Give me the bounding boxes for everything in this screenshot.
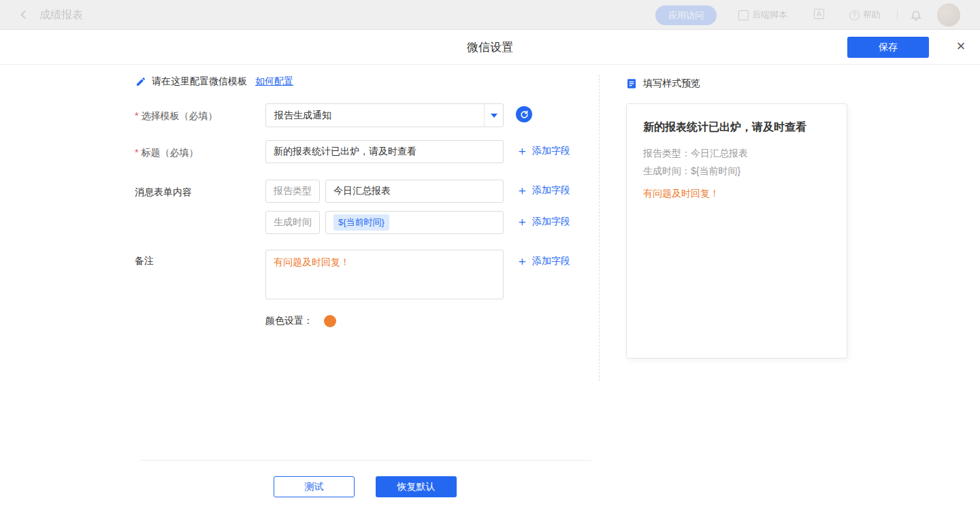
color-setting-label: 颜色设置： bbox=[265, 315, 313, 327]
page-title: 成绩报表 bbox=[39, 8, 83, 22]
vertical-divider bbox=[599, 75, 600, 381]
preview-card-line: 生成时间：${当前时间} bbox=[643, 162, 830, 180]
background-topbar: 成绩报表 应用访问 后端脚本 A ? 帮助 bbox=[0, 0, 980, 30]
add-field-button-remark[interactable]: ＋ 添加字段 bbox=[516, 255, 570, 267]
backend-script-label: 后端脚本 bbox=[752, 9, 787, 21]
document-icon bbox=[626, 78, 637, 89]
preview-header: 填写样式预览 bbox=[626, 78, 700, 90]
close-icon[interactable]: × bbox=[951, 37, 970, 56]
select-arrow-zone[interactable] bbox=[484, 104, 503, 127]
add-field-button-row1[interactable]: ＋ 添加字段 bbox=[516, 184, 570, 197]
script-icon bbox=[738, 10, 749, 20]
add-field-label: 添加字段 bbox=[532, 255, 570, 267]
help-icon: ? bbox=[849, 10, 860, 20]
modal-title: 微信设置 bbox=[467, 39, 513, 55]
preview-card-remark: 有问题及时回复！ bbox=[643, 188, 830, 200]
wechat-settings-modal: 微信设置 保存 × 请在这里配置微信模板 如何配置 *选择模板（必填） 报告生成… bbox=[0, 30, 980, 515]
bell-icon[interactable] bbox=[910, 9, 922, 24]
backend-script-button[interactable]: 后端脚本 bbox=[738, 9, 787, 21]
refresh-button[interactable] bbox=[516, 106, 532, 122]
app-access-button[interactable]: 应用访问 bbox=[655, 5, 717, 25]
modal-header: 微信设置 保存 × bbox=[0, 30, 980, 65]
template-select[interactable]: 报告生成通知 bbox=[265, 103, 504, 127]
add-field-button-row2[interactable]: ＋ 添加字段 bbox=[516, 216, 570, 228]
content-key-input-2[interactable]: 生成时间 bbox=[265, 211, 320, 234]
preview-card-line: 报告类型：今日汇总报表 bbox=[643, 144, 830, 162]
preview-card: 新的报表统计已出炉，请及时查看 报告类型：今日汇总报表 生成时间：${当前时间}… bbox=[626, 103, 847, 359]
restore-default-button[interactable]: 恢复默认 bbox=[376, 476, 457, 497]
help-button[interactable]: ? 帮助 bbox=[849, 9, 881, 21]
test-button[interactable]: 测试 bbox=[274, 476, 355, 497]
preview-card-title: 新的报表统计已出炉，请及时查看 bbox=[643, 120, 830, 135]
plus-icon: ＋ bbox=[516, 217, 528, 227]
help-label: 帮助 bbox=[863, 9, 881, 21]
title-label: *标题（必填） bbox=[135, 147, 198, 159]
pencil-icon bbox=[135, 76, 146, 87]
content-value-input-1[interactable]: 今日汇总报表 bbox=[325, 180, 504, 203]
back-icon[interactable] bbox=[20, 10, 29, 19]
content-label: 消息表单内容 bbox=[135, 186, 192, 199]
add-field-button-title[interactable]: ＋ 添加字段 bbox=[516, 145, 570, 157]
translate-button[interactable]: A bbox=[814, 9, 824, 19]
preview-header-label: 填写样式预览 bbox=[643, 78, 700, 90]
template-label: *选择模板（必填） bbox=[135, 110, 217, 122]
remark-textarea[interactable]: 有问题及时回复！ bbox=[265, 250, 504, 299]
config-hint-text: 请在这里配置微信模板 bbox=[152, 76, 247, 88]
content-value-input-2[interactable]: ${当前时间} bbox=[325, 211, 504, 234]
color-swatch[interactable] bbox=[324, 315, 336, 327]
translate-icon: A bbox=[814, 9, 824, 19]
remark-label: 备注 bbox=[135, 255, 154, 267]
topbar-divider bbox=[897, 10, 898, 20]
chevron-down-icon bbox=[491, 114, 497, 118]
required-mark: * bbox=[135, 147, 138, 158]
add-field-label: 添加字段 bbox=[532, 145, 570, 157]
refresh-icon bbox=[520, 110, 529, 119]
add-field-label: 添加字段 bbox=[532, 184, 570, 197]
plus-icon: ＋ bbox=[516, 256, 528, 266]
save-button[interactable]: 保存 bbox=[847, 37, 929, 58]
plus-icon: ＋ bbox=[516, 146, 528, 156]
config-hint-row: 请在这里配置微信模板 如何配置 bbox=[135, 75, 293, 88]
title-input[interactable]: 新的报表统计已出炉，请及时查看 bbox=[265, 140, 504, 163]
add-field-label: 添加字段 bbox=[532, 216, 570, 228]
content-key-input-1[interactable]: 报告类型 bbox=[265, 180, 320, 203]
color-setting-row: 颜色设置： bbox=[265, 315, 336, 327]
required-mark: * bbox=[135, 110, 138, 121]
template-select-value: 报告生成通知 bbox=[274, 110, 331, 122]
how-to-configure-link[interactable]: 如何配置 bbox=[255, 76, 293, 88]
footer-divider bbox=[140, 460, 591, 461]
plus-icon: ＋ bbox=[516, 186, 528, 195]
avatar[interactable] bbox=[937, 3, 960, 27]
variable-token[interactable]: ${当前时间} bbox=[333, 214, 389, 231]
